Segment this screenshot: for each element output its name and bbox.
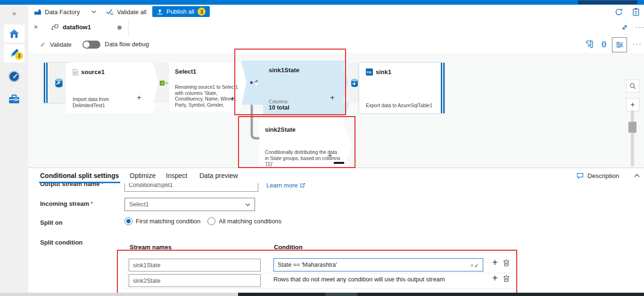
- split-on-label: Split on: [40, 219, 63, 226]
- canvas-zoom-in-button[interactable]: +: [626, 98, 639, 111]
- tab-data-preview[interactable]: Data preview: [199, 168, 238, 183]
- zoom-slider-track[interactable]: [631, 110, 634, 166]
- node-title: sink1State: [269, 67, 342, 74]
- publish-icon: [157, 8, 163, 15]
- sql-icon: SQL: [366, 68, 373, 76]
- factory-switcher[interactable]: Data Factory: [34, 5, 96, 19]
- delimited-text-icon: [73, 69, 78, 76]
- feedback-clipboard-icon[interactable]: [632, 8, 640, 17]
- canvas-search-button[interactable]: [626, 79, 639, 93]
- radio-first-matching[interactable]: First matching condition: [124, 217, 200, 225]
- node-description: Renaming source1 to Select1 with columns…: [175, 85, 239, 108]
- search-icon: [629, 83, 636, 89]
- canvas-scrollbar-thumb[interactable]: [334, 162, 344, 164]
- top-app-bar: [0, 0, 644, 5]
- condition-input-1[interactable]: [274, 262, 471, 268]
- zoom-slider-thumb[interactable]: [628, 122, 636, 133]
- tab-more-button[interactable]: ···: [636, 23, 644, 31]
- document-tab-bar: » dataflow1 ···: [28, 19, 644, 36]
- row-divider: [124, 273, 515, 273]
- data-factory-icon: [34, 8, 41, 16]
- dataflow-canvas: source1 Import data from DelimitedText1 …: [28, 53, 644, 168]
- chevron-down-icon: [245, 203, 250, 206]
- maximize-icon[interactable]: [621, 24, 628, 31]
- tab-inspect[interactable]: Inspect: [166, 168, 187, 183]
- publish-count-badge: 3: [198, 8, 206, 16]
- tab-list-expand-button[interactable]: »: [34, 23, 38, 30]
- command-bar: Data Factory Validate all Publish all 3: [28, 5, 644, 19]
- incoming-stream-dropdown[interactable]: Select1: [124, 198, 255, 211]
- stream-names-header: Stream names: [130, 244, 172, 251]
- validate-button[interactable]: ✓ Validate: [40, 36, 72, 53]
- split-condition-label: Split condition: [40, 239, 83, 246]
- tab-dataflow1[interactable]: dataflow1: [44, 19, 129, 35]
- left-nav: » 3: [0, 5, 29, 296]
- condition-header: Condition: [274, 244, 303, 251]
- manage-toolbox-icon[interactable]: [8, 93, 20, 105]
- external-link-icon: [300, 183, 305, 188]
- incoming-stream-label: Incoming stream*: [40, 200, 93, 207]
- node-select1[interactable]: Select1 Renaming source1 to Select1 with…: [169, 63, 249, 111]
- script-icon[interactable]: [586, 40, 594, 49]
- node-sink1[interactable]: SQL sink1 Export data to AzureSqlTable1: [359, 63, 445, 113]
- account-name-placeholder: [578, 0, 637, 4]
- settings-panel: Output stream name* Learn more Condition…: [28, 168, 644, 293]
- delete-condition-icon-2[interactable]: [503, 275, 510, 282]
- panel-collapse-chevron-icon[interactable]: [634, 174, 640, 178]
- sink-database-icon: [349, 77, 360, 89]
- description-button[interactable]: Description: [577, 168, 619, 183]
- bottom-strip-dark: [238, 293, 644, 296]
- validate-all-icon: [106, 8, 114, 15]
- stream-name-input-1[interactable]: [129, 259, 261, 271]
- factory-switcher-label: Data Factory: [45, 8, 80, 16]
- source1-add-button[interactable]: +: [137, 93, 141, 101]
- sidebar-item-home[interactable]: [4, 25, 25, 42]
- default-stream-note: Rows that do not meet any condition will…: [273, 276, 445, 283]
- source1-reference-block[interactable]: [44, 63, 70, 103]
- node-source1[interactable]: source1 Import data from DelimitedText1: [66, 63, 163, 113]
- unsaved-changes-dot: [117, 25, 122, 30]
- sidebar-item-author[interactable]: 3: [4, 44, 25, 62]
- sink1state-add-button[interactable]: +: [330, 93, 335, 101]
- tab-optimize[interactable]: Optimize: [130, 168, 156, 183]
- add-condition-button-2[interactable]: +: [492, 273, 498, 283]
- columns-value: 10 total: [269, 104, 342, 111]
- active-tab-underline: [39, 182, 120, 183]
- select-transform-icon: [159, 79, 169, 87]
- publish-all-button[interactable]: Publish all 3: [152, 6, 210, 17]
- flow-more-button[interactable]: ···: [633, 40, 642, 48]
- validate-all-button[interactable]: Validate all: [106, 5, 147, 19]
- home-icon: [8, 28, 20, 39]
- tab-conditional-split-settings[interactable]: Conditional split settings: [40, 168, 119, 183]
- check-icon: ✓: [40, 41, 46, 48]
- publish-all-label: Publish all: [166, 8, 194, 15]
- node-sink1state[interactable]: sink1State Columns: 10 total: [263, 60, 355, 116]
- stream-name-input-2[interactable]: [129, 274, 261, 287]
- select1-add-button[interactable]: +: [230, 94, 235, 102]
- radio-selected-icon: [124, 217, 132, 225]
- validate-all-label: Validate all: [117, 8, 147, 16]
- dataflow-icon: [51, 24, 59, 31]
- nav-expand-button[interactable]: »: [12, 9, 16, 17]
- tab-title: dataflow1: [63, 24, 91, 31]
- expression-editor-icon[interactable]: x: [471, 262, 479, 268]
- radio-all-matching[interactable]: All matching conditions: [207, 217, 281, 225]
- app-screen: » 3: [0, 0, 644, 296]
- monitor-gauge-icon[interactable]: [8, 70, 20, 83]
- node-description: Export data to AzureSqlTable1: [366, 102, 437, 109]
- sink2state-add-button[interactable]: +: [328, 152, 332, 160]
- radio-unselected-icon: [207, 217, 215, 225]
- condition-input-1-box: x: [273, 258, 483, 271]
- sliders-icon: [615, 42, 624, 48]
- chevron-down-icon: [91, 10, 96, 13]
- flow-toolbar: ✓ Validate Data flow debug {} ···: [28, 36, 644, 53]
- code-braces-button[interactable]: {}: [602, 40, 606, 47]
- settings-sliders-button[interactable]: [612, 37, 627, 52]
- source-database-icon: [53, 77, 65, 89]
- incoming-stream-value: Select1: [129, 201, 149, 208]
- bottom-edge-strip: [0, 293, 644, 296]
- delete-condition-icon-1[interactable]: [503, 259, 510, 267]
- data-flow-debug-toggle[interactable]: [83, 41, 100, 49]
- refresh-icon[interactable]: [615, 8, 623, 16]
- add-condition-button-1[interactable]: +: [492, 258, 498, 267]
